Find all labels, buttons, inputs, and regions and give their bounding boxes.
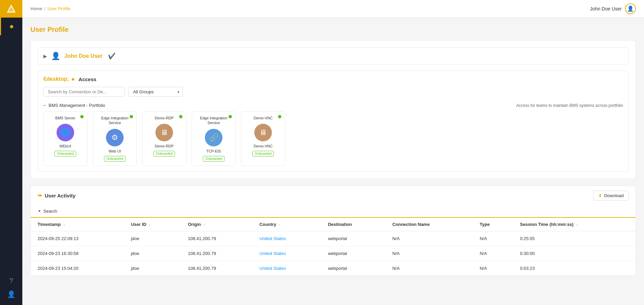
topbar-user: John Doe User 👤 [590,3,636,14]
user-profile-row[interactable]: ▶ 👤 John Doe User ✔️ [38,47,629,65]
col-type[interactable]: Type [473,218,513,231]
col-destination[interactable]: Destination [321,218,386,231]
download-label: Download [604,193,624,198]
status-dot-online [80,115,84,118]
cell-session-2: 0:30:00 [513,246,636,261]
breadcrumb-current: User Profile [47,6,70,11]
conn-name-3: Demo-RDP [147,144,182,148]
group-row-left: − BMS Management - Portfolio [43,103,105,108]
group-collapse-icon[interactable]: − [43,103,46,108]
cell-userid-1: jdoe [124,231,181,246]
group-select[interactable]: All Groups BMS Management Demo Group [129,87,183,97]
col-connection[interactable]: Connection Name [386,218,473,231]
profile-name: John Doe User [64,53,103,59]
cell-conn-1: N/A [386,231,473,246]
cell-dest-2: webportal [321,246,386,261]
cell-dest-1: webportal [321,231,386,246]
col-timestamp-label: Timestamp [38,222,61,227]
conn-server-2: Edge Integration Service [97,116,132,125]
search-toggle[interactable]: ▼ Search [38,205,57,217]
breadcrumb: Home / User Profile [30,6,70,11]
cell-userid-2: jdoe [124,246,181,261]
activity-header: ➡ User Activity ⬇ Download [31,186,636,205]
col-userid-label: User ID [131,222,147,227]
group-name: BMS Management - Portfolio [49,103,105,108]
access-monitor-icon: €desktop;️ [43,76,69,82]
cell-country-3: United States [253,261,321,276]
user-activity-section: ➡ User Activity ⬇ Download ▼ Search [30,186,636,276]
sidebar-bottom: ? 👤 [7,277,16,305]
status-dot-online-4 [229,115,232,118]
group-select-wrapper: All Groups BMS Management Demo Group [129,87,183,97]
search-chevron-icon: ▼ [38,209,41,213]
col-session[interactable]: Session Time (hh:mm:ss) ↕ [513,218,636,231]
connection-card-eis[interactable]: Edge Integration Service 🔗 TCP-EIS Onboa… [192,111,236,166]
cell-origin-3: 108.41.200.79 [181,261,253,276]
sidebar: ● ? 👤 [0,0,22,305]
conn-icon-desktop-2: 🖥 [254,124,272,141]
conn-icon-link: 🔗 [205,129,222,146]
verified-icon: ✔️ [108,52,115,60]
table-row: 2024-09-23 16:30:58 jdoe 108.41.200.79 U… [31,246,636,261]
onboarded-badge-3: Onboarded [153,151,175,157]
cell-timestamp-1: 2024-09-25 22:09:13 [31,231,124,246]
main-card: ▶ 👤 John Doe User ✔️ €desktop;️ ■ Access… [30,40,636,179]
cell-country-1: United States [253,231,321,246]
download-icon: ⬇ [598,193,602,198]
cell-conn-2: N/A [386,246,473,261]
connection-card-webui[interactable]: BMS Server 🌐 WEbUI Onboarded [43,111,87,166]
access-filters: All Groups BMS Management Demo Group [43,87,623,97]
connection-card-vnc[interactable]: Demo-VNC 🖥 Demo-VNC Onboarded [241,111,285,166]
activity-arrow-icon: ➡ [38,192,42,198]
table-row: 2024-09-25 22:09:13 jdoe 108.41.200.79 U… [31,231,636,246]
status-dot-online-5 [278,115,281,118]
cell-dest-3: webportal [321,261,386,276]
sort-icon-userid: ↕ [149,223,151,227]
sort-icon-session: ↕ [576,223,578,227]
table-header: Timestamp ↕ User ID ↕ Origin ↕ Country [31,218,636,231]
cell-type-3: N/A [473,261,513,276]
cell-session-3: 0:03:23 [513,261,636,276]
onboarded-badge-5: Onboarded [252,151,274,157]
access-label: Access [79,76,96,82]
onboarded-badge-1: Onboarded [55,151,76,157]
connections-grid: BMS Server 🌐 WEbUI Onboarded Edge Integr… [43,111,623,166]
col-country[interactable]: Country ↕ [253,218,321,231]
cell-userid-3: jdoe [124,261,181,276]
help-icon[interactable]: ? [9,277,13,285]
sidebar-user-section[interactable]: ● [0,18,22,35]
conn-icon-settings: ⚙ [106,129,124,146]
table-header-row: Timestamp ↕ User ID ↕ Origin ↕ Country [31,218,636,231]
col-session-label: Session Time (hh:mm:ss) [520,222,574,227]
col-userid[interactable]: User ID ↕ [124,218,181,231]
download-button[interactable]: ⬇ Download [593,191,629,201]
connection-search-input[interactable] [43,87,125,97]
app-logo[interactable] [0,0,22,18]
activity-title-text: User Activity [45,193,76,198]
col-timestamp[interactable]: Timestamp ↕ [31,218,124,231]
activity-title: ➡ User Activity [38,192,76,198]
conn-server-4: Edge Integration Service [196,116,231,125]
col-country-label: Country [259,222,276,227]
connection-card-webui2[interactable]: Edge Integration Service ⚙ Web UI Onboar… [93,111,137,166]
user-icon[interactable]: 👤 [7,290,16,298]
conn-server-1: BMS Server [48,116,83,120]
conn-name-4: TCP-EIS [196,149,231,153]
expand-chevron-icon: ▶ [43,53,47,59]
search-bar-row: ▼ Search [31,205,636,218]
cell-timestamp-2: 2024-09-23 16:30:58 [31,246,124,261]
onboarded-badge-2: Onboarded [104,156,126,162]
conn-name-1: WEbUI [48,144,83,148]
topbar: Home / User Profile John Doe User 👤 [22,0,644,18]
onboarded-badge-4: Onboarded [203,156,224,162]
sort-icon-country: ↕ [279,223,281,227]
conn-server-5: Demo-VNC [245,116,281,120]
group-description: Access for teams to maintain BMS systems… [516,103,623,108]
user-avatar[interactable]: 👤 [625,3,636,14]
conn-icon-desktop: 🖥 [155,124,173,141]
sort-icon-timestamp: ↕ [63,223,65,227]
connection-card-rdp[interactable]: Demo-RDP 🖥 Demo-RDP Onboarded [142,111,186,166]
col-origin[interactable]: Origin ↕ [181,218,253,231]
group-row: − BMS Management - Portfolio Access for … [43,101,623,111]
breadcrumb-home[interactable]: Home [30,6,42,11]
